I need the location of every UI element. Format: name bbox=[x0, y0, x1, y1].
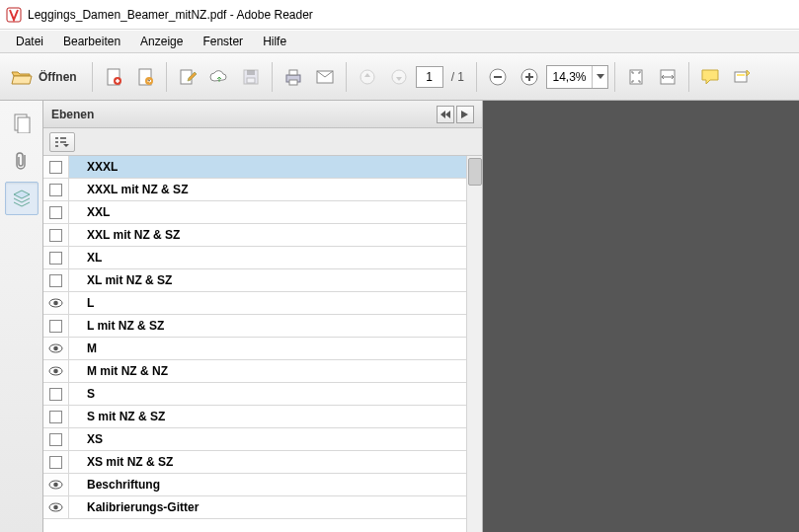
checkbox-empty-icon bbox=[49, 411, 62, 423]
comment-button[interactable] bbox=[695, 62, 725, 92]
checkbox-empty-icon bbox=[49, 388, 62, 401]
layer-row[interactable]: XXXL mit NZ & SZ bbox=[43, 179, 482, 201]
layer-visibility-toggle[interactable] bbox=[43, 474, 69, 495]
paperclip-icon bbox=[14, 151, 30, 171]
layer-row[interactable]: M mit NZ & NZ bbox=[43, 360, 482, 383]
scrollbar-track[interactable] bbox=[466, 156, 482, 532]
print-button[interactable] bbox=[279, 62, 308, 92]
thumbnails-tab[interactable] bbox=[5, 107, 39, 140]
layer-row[interactable]: XXL bbox=[43, 201, 482, 224]
layer-row[interactable]: Beschriftung bbox=[43, 474, 482, 496]
layer-visibility-toggle[interactable] bbox=[43, 224, 69, 246]
panel-header: Ebenen bbox=[43, 101, 482, 128]
checkbox-empty-icon bbox=[49, 184, 62, 196]
layer-row[interactable]: L bbox=[43, 292, 482, 315]
svg-point-31 bbox=[53, 346, 58, 351]
panel-close-button[interactable] bbox=[456, 106, 474, 123]
layer-row[interactable]: Kalibrierungs-Gitter bbox=[43, 496, 482, 519]
fit-width-button[interactable] bbox=[653, 62, 682, 92]
layer-visibility-toggle[interactable] bbox=[43, 179, 69, 200]
layer-label: M mit NZ & NZ bbox=[69, 364, 168, 378]
svg-point-35 bbox=[53, 483, 58, 488]
svg-point-33 bbox=[53, 369, 58, 374]
zoom-in-button[interactable] bbox=[515, 62, 544, 92]
layer-row[interactable]: XS bbox=[43, 428, 482, 451]
checkbox-empty-icon bbox=[49, 252, 62, 265]
panel-options-button[interactable] bbox=[49, 132, 75, 152]
convert-pdf-button[interactable] bbox=[130, 62, 160, 92]
panel-collapse-button[interactable] bbox=[437, 106, 454, 123]
layer-visibility-toggle[interactable] bbox=[43, 428, 69, 450]
layers-icon bbox=[12, 189, 32, 208]
document-arrow-icon bbox=[136, 68, 154, 86]
scrollbar-thumb[interactable] bbox=[468, 158, 482, 186]
menu-bearbeiten[interactable]: Bearbeiten bbox=[53, 32, 130, 51]
layer-visibility-toggle[interactable] bbox=[43, 315, 69, 337]
create-pdf-button[interactable] bbox=[99, 62, 128, 92]
layer-label: XXXL bbox=[69, 160, 118, 174]
layer-row[interactable]: XS mit NZ & SZ bbox=[43, 451, 482, 474]
save-button[interactable] bbox=[236, 62, 266, 92]
email-button[interactable] bbox=[310, 62, 340, 92]
page-down-button[interactable] bbox=[384, 62, 414, 92]
menu-fenster[interactable]: Fenster bbox=[193, 32, 253, 51]
layer-label: L bbox=[69, 296, 94, 310]
open-button[interactable]: Öffnen bbox=[6, 62, 86, 92]
layer-label: XXL mit NZ & SZ bbox=[69, 228, 180, 242]
layers-tab[interactable] bbox=[5, 182, 39, 215]
highlight-icon bbox=[733, 68, 751, 86]
layer-row[interactable]: XL bbox=[43, 247, 482, 269]
document-area[interactable] bbox=[483, 101, 799, 532]
main-area: Ebenen XXXLXXXL mit NZ & SZXXLXXL mit NZ… bbox=[0, 101, 799, 532]
page-up-button[interactable] bbox=[353, 62, 382, 92]
layer-visibility-toggle[interactable] bbox=[43, 338, 69, 359]
layer-visibility-toggle[interactable] bbox=[43, 269, 69, 291]
toolbar-separator bbox=[346, 62, 347, 92]
toolbar-separator bbox=[476, 62, 477, 92]
svg-point-29 bbox=[53, 301, 58, 306]
eye-icon bbox=[48, 298, 63, 308]
layer-row[interactable]: L mit NZ & SZ bbox=[43, 315, 482, 338]
attachments-tab[interactable] bbox=[5, 144, 39, 178]
layer-visibility-toggle[interactable] bbox=[43, 451, 69, 473]
play-icon bbox=[461, 111, 469, 118]
layer-visibility-toggle[interactable] bbox=[43, 383, 69, 405]
fit-page-button[interactable] bbox=[621, 62, 651, 92]
zoom-out-button[interactable] bbox=[483, 62, 513, 92]
menu-datei[interactable]: Datei bbox=[6, 32, 53, 51]
layer-row[interactable]: M bbox=[43, 338, 482, 360]
pencil-document-icon bbox=[179, 68, 197, 86]
layer-visibility-toggle[interactable] bbox=[43, 292, 69, 314]
adobe-reader-icon bbox=[6, 7, 22, 23]
layer-visibility-toggle[interactable] bbox=[43, 496, 69, 518]
checkbox-empty-icon bbox=[49, 229, 62, 242]
zoom-dropdown[interactable] bbox=[546, 65, 608, 89]
layer-label: XL bbox=[69, 251, 102, 265]
eye-icon bbox=[48, 480, 63, 490]
layer-visibility-toggle[interactable] bbox=[43, 360, 69, 382]
layer-row[interactable]: XXL mit NZ & SZ bbox=[43, 224, 482, 247]
layer-visibility-toggle[interactable] bbox=[43, 406, 69, 427]
sign-button[interactable] bbox=[173, 62, 202, 92]
chevron-down-icon[interactable] bbox=[592, 66, 607, 88]
layer-visibility-toggle[interactable] bbox=[43, 156, 69, 178]
menu-hilfe[interactable]: Hilfe bbox=[253, 32, 296, 51]
layer-row[interactable]: XXXL bbox=[43, 156, 482, 179]
highlight-button[interactable] bbox=[727, 62, 757, 92]
checkbox-empty-icon bbox=[49, 274, 62, 287]
zoom-value-input[interactable] bbox=[547, 70, 592, 84]
layer-row[interactable]: S mit NZ & SZ bbox=[43, 406, 482, 428]
toolbar-separator bbox=[688, 62, 689, 92]
eye-icon bbox=[48, 343, 63, 353]
page-number-input[interactable] bbox=[416, 66, 443, 88]
layer-row[interactable]: XL mit NZ & SZ bbox=[43, 269, 482, 292]
arrow-up-icon bbox=[359, 68, 376, 86]
svg-rect-26 bbox=[60, 137, 66, 139]
layer-visibility-toggle[interactable] bbox=[43, 201, 69, 223]
cloud-button[interactable] bbox=[204, 62, 234, 92]
layer-row[interactable]: S bbox=[43, 383, 482, 406]
layer-visibility-toggle[interactable] bbox=[43, 247, 69, 268]
printer-icon bbox=[283, 68, 303, 86]
menu-anzeige[interactable]: Anzeige bbox=[130, 32, 193, 51]
eye-icon bbox=[48, 502, 63, 512]
